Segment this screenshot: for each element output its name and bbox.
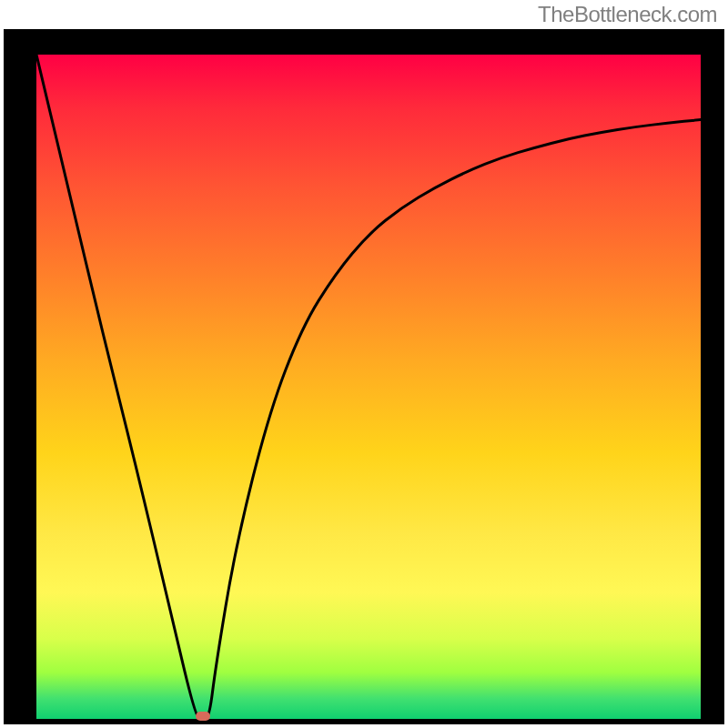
- plot-area: [36, 55, 701, 719]
- chart-frame: [4, 29, 724, 724]
- line-curve: [36, 55, 701, 719]
- chart-container: TheBottleneck.com: [0, 0, 728, 728]
- optimal-point-marker: [196, 712, 210, 721]
- attribution-label: TheBottleneck.com: [538, 2, 717, 27]
